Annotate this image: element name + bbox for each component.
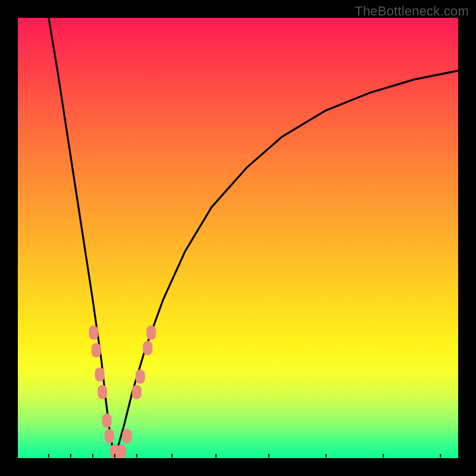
watermark-text: TheBottleneck.com bbox=[355, 4, 469, 19]
data-marker bbox=[92, 343, 101, 358]
axis-ticks bbox=[49, 454, 441, 458]
data-marker bbox=[143, 341, 152, 355]
data-marker bbox=[136, 369, 145, 384]
data-marker bbox=[117, 444, 126, 458]
data-marker bbox=[146, 325, 156, 340]
chart-svg bbox=[18, 18, 458, 458]
data-marker bbox=[102, 414, 112, 428]
plot-area bbox=[18, 18, 458, 458]
data-marker bbox=[105, 429, 114, 443]
curve-right-branch bbox=[115, 71, 458, 458]
data-marker bbox=[132, 385, 142, 399]
marker-group bbox=[89, 325, 156, 458]
data-marker bbox=[95, 367, 105, 381]
data-marker bbox=[89, 325, 98, 340]
outer-frame: TheBottleneck.com bbox=[0, 0, 476, 476]
data-marker bbox=[98, 385, 107, 399]
data-marker bbox=[123, 429, 132, 443]
curve-segment bbox=[115, 71, 458, 458]
